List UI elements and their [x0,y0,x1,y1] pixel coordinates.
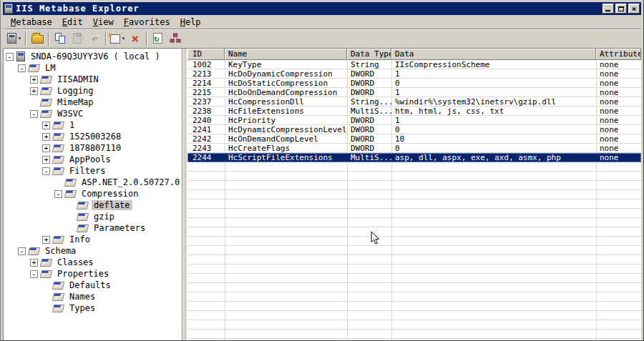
tree-node[interactable]: + Logging [4,85,182,97]
new-key-dropdown-arrow-icon[interactable]: ▾ [122,35,125,41]
cell-data: htm, html, js, css, txt [391,107,596,116]
cell-data-type: DWORD [347,69,391,79]
tree-expander[interactable]: - [6,53,14,61]
tree-expander[interactable]: - [42,167,50,175]
connect-dropdown-arrow-icon[interactable]: ▾ [18,35,21,41]
cell-data: %windir%\system32\inetsrv\gzip.dll [391,97,596,107]
menu-favorites[interactable]: Favorites [119,16,175,28]
tree-node[interactable]: + Info [4,234,182,245]
key-icon [77,202,89,209]
paste-button[interactable] [69,31,86,46]
property-row[interactable]: 1002 KeyType String IIsCompressionScheme… [187,60,641,69]
tree-node-label: MimeMap [55,97,96,107]
open-button[interactable] [29,31,46,46]
tree-expander[interactable]: + [42,156,50,164]
tree-expander[interactable]: - [18,64,26,72]
toolbar: ▾ ↷ ▾ × [3,29,641,47]
window-title: IIS Metabase Explorer [16,4,601,14]
undo-button[interactable]: ↷ [86,31,103,46]
column-header-data-type[interactable]: Data Type [347,49,391,60]
tree-node[interactable]: - Compression [4,188,182,199]
key-icon [77,224,89,232]
cell-data-type: String... [347,97,391,107]
tree-node[interactable]: Parameters [4,222,182,234]
property-row[interactable]: 2242 HcOnDemandCompLevel DWORD 10 none [187,134,641,144]
tree-expander[interactable]: + [42,236,50,244]
tree-expander[interactable]: - [18,247,26,255]
copy-button[interactable] [52,31,69,46]
key-icon [28,64,40,72]
tree-node[interactable]: + IISADMIN [4,74,182,85]
tree-node[interactable]: + AppPools [4,154,182,165]
tree-node[interactable]: - SNDA-69Q3UYY3V6 ( local ) [4,51,182,62]
column-header-data[interactable]: Data [391,49,596,60]
column-header-name[interactable]: Name [225,49,347,60]
new-key-button[interactable]: ▾ [109,31,127,46]
cell-data-type: DWORD [347,144,391,153]
tree-node[interactable]: - Schema [4,245,182,257]
tree-node[interactable]: ASP.NET_2.0.50727.0 [4,177,182,188]
computer-icon [16,51,25,61]
tree-node[interactable]: MimeMap [4,97,182,108]
key-icon [40,270,52,278]
menu-edit[interactable]: Edit [57,16,88,28]
tree-node[interactable]: gzip [4,211,182,222]
tree-node[interactable]: + 1878807110 [4,142,182,154]
tree-expander[interactable]: + [30,259,38,267]
menu-view[interactable]: View [88,16,119,28]
cell-attributes: none [596,153,641,162]
refresh-button[interactable] [150,31,167,46]
cell-data-type: DWORD [347,125,391,134]
column-header-id[interactable]: ID [187,49,225,60]
tree-node[interactable]: + 1525003268 [4,131,182,142]
tree-node[interactable]: Names [4,291,182,302]
tree-node[interactable]: + 1 [4,119,182,131]
app-icon[interactable] [4,4,13,14]
tree-expander[interactable]: + [30,87,38,95]
cell-attributes: none [596,107,641,116]
property-row[interactable]: 2240 HcPriority DWORD 1 none [187,116,641,125]
minimize-button[interactable] [602,4,614,14]
tree-expander[interactable]: - [30,270,38,278]
property-row[interactable]: 2214 HcDoStaticCompression DWORD 0 none [187,79,641,88]
maximize-button[interactable] [615,4,627,14]
tree-node[interactable]: deflate [4,199,182,211]
cell-id: 1002 [187,60,225,69]
tree-expander[interactable]: - [30,110,38,118]
tree-expander[interactable]: + [30,76,38,84]
tree-expander[interactable]: + [42,144,50,152]
tree-node[interactable]: - LM [4,62,182,74]
property-row[interactable]: 2237 HcCompressionDll String... %windir%… [187,97,641,107]
view-hierarchy-button[interactable] [167,31,184,46]
tree-node[interactable]: Types [4,302,182,314]
delete-icon: × [131,32,139,45]
tree-node-label: Properties [55,269,111,279]
property-row[interactable]: 2213 HcDoDynamicCompression DWORD 1 none [187,69,641,79]
property-row[interactable]: 2244 HcScriptFileExtensions MultiS... as… [187,153,641,162]
column-header-attributes[interactable]: Attributes [596,49,641,60]
delete-button[interactable]: × [127,31,144,46]
menu-help[interactable]: Help [175,16,206,28]
tree-node-label: LM [43,63,57,73]
menu-metabase[interactable]: Metabase [6,16,57,28]
tree-expander[interactable]: + [42,122,50,129]
tree-node[interactable]: - Filters [4,165,182,177]
tree-expander[interactable]: - [54,190,62,198]
cell-attributes: none [596,116,641,125]
title-bar[interactable]: IIS Metabase Explorer × [3,2,641,15]
tree-node[interactable]: - Properties [4,268,182,280]
close-button[interactable]: × [628,4,640,14]
connect-button[interactable]: ▾ [6,31,23,46]
property-row[interactable]: 2241 HcDynamicCompressionLevel DWORD 0 n… [187,125,641,134]
property-row[interactable]: 2215 HcDoOnDemandCompression DWORD 1 non… [187,88,641,97]
key-icon [52,236,64,244]
tree-node[interactable]: Defaults [4,280,182,291]
property-row[interactable]: 2243 HcCreateFlags DWORD 0 none [187,144,641,153]
tree-node[interactable]: - W3SVC [4,108,182,119]
tree-node-label: Types [67,303,97,313]
tree-node[interactable]: + Classes [4,257,182,268]
property-row[interactable]: 2238 HcFileExtensions MultiS... htm, htm… [187,107,641,116]
tree-expander[interactable]: + [42,133,50,141]
tree-node-label: Info [67,234,92,244]
key-icon [52,305,64,312]
